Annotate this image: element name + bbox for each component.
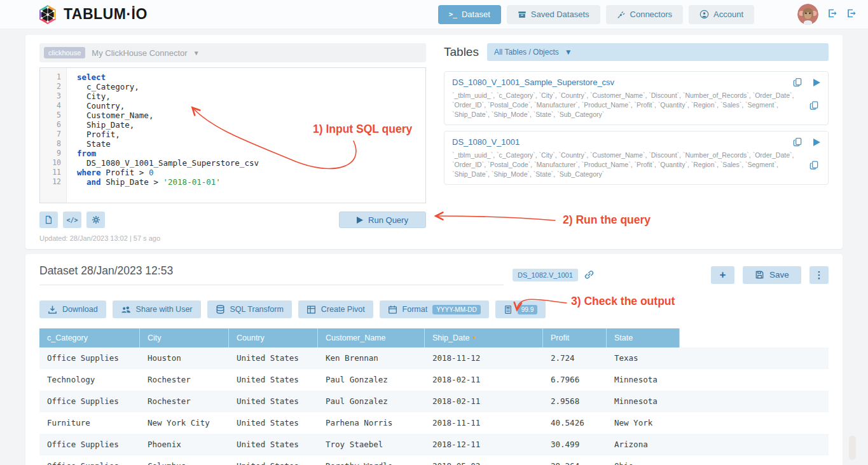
column-header[interactable]: Ship_Date•: [425, 328, 543, 347]
column-header[interactable]: c_Category: [39, 328, 140, 347]
table-list-item: DS_1080_V_1001_Sample_Superstore_csv `_t…: [444, 71, 829, 125]
table-cell: United States: [229, 455, 318, 465]
copy-columns-button[interactable]: [809, 100, 819, 110]
page-scrollbar-thumb[interactable]: [849, 436, 856, 460]
sql-editor[interactable]: 123456789101112 select c_Category, City,…: [39, 67, 426, 203]
sql-code[interactable]: select c_Category, City, Country, Custom…: [67, 68, 425, 203]
table-row: Office SuppliesPhoenixUnited StatesTroy …: [39, 434, 829, 455]
column-header[interactable]: Profit: [543, 328, 607, 347]
sql-gutter: 123456789101112: [40, 68, 67, 203]
column-header[interactable]: State: [607, 328, 680, 347]
column-header[interactable]: Customer_Name: [318, 328, 425, 347]
line-number: 6: [40, 120, 61, 130]
table-cell: 2018-02-11: [425, 391, 543, 412]
table-cell: 2.724: [543, 347, 607, 369]
table-cell: New York: [607, 412, 680, 434]
download-button[interactable]: Download: [39, 300, 106, 318]
table-cell: 6.7966: [543, 369, 607, 391]
row-filler: [680, 434, 829, 455]
table-cell: Ohio: [607, 455, 680, 465]
line-number: 4: [40, 101, 61, 111]
play-icon: [357, 217, 363, 224]
connector-select[interactable]: clickhouse My ClickHouse Connector ▼: [39, 43, 426, 62]
table-cell: Columbus: [140, 455, 229, 465]
table-cell: Rochester: [140, 369, 229, 391]
sql-line: Country,: [77, 101, 425, 111]
add-dataset-button[interactable]: +: [711, 266, 734, 284]
sql-line: City,: [77, 91, 425, 101]
table-row: Office SuppliesRochesterUnited StatesPau…: [39, 391, 829, 412]
play-icon: [813, 79, 820, 86]
row-filler: [680, 369, 829, 391]
column-header[interactable]: City: [140, 328, 229, 347]
sql-transform-button[interactable]: SQL Transform: [207, 300, 292, 318]
copy-icon: [809, 160, 819, 170]
table-cell: 2018-05-02: [425, 455, 543, 465]
query-settings-button[interactable]: [86, 212, 105, 228]
share-with-user-button[interactable]: Share with User: [113, 300, 201, 318]
table-cell: Minnesota: [607, 391, 680, 412]
copy-table-name-button[interactable]: [793, 137, 803, 147]
dataset-more-button[interactable]: ⋮: [809, 266, 829, 284]
tables-filter-select[interactable]: All Tables / Objects ▼: [487, 43, 829, 61]
table-name-link[interactable]: DS_1080_V_1001: [452, 137, 520, 147]
connector-name: My ClickHouse Connector: [92, 48, 187, 58]
line-number: 5: [40, 111, 61, 120]
precision-badge: 99.9: [518, 305, 537, 314]
sql-line: Customer_Name,: [77, 111, 425, 120]
table-cell: 2018-02-11: [425, 369, 543, 391]
table-cell: Office Supplies: [39, 434, 140, 455]
nav-account[interactable]: Account: [689, 5, 754, 24]
create-pivot-button[interactable]: Create Pivot: [298, 300, 373, 318]
table-cell: United States: [229, 434, 318, 455]
header-filler: [680, 328, 829, 347]
run-query-button[interactable]: Run Query: [339, 212, 426, 228]
query-table-button[interactable]: [813, 138, 820, 146]
sort-indicator-icon: •: [472, 333, 476, 342]
table-row: TechnologyRochesterUnited StatesPaul Gon…: [39, 369, 829, 391]
nav-dataset[interactable]: >_ Dataset: [438, 5, 501, 24]
nav-saved-datasets[interactable]: Saved Datasets: [507, 5, 600, 24]
copy-columns-button[interactable]: [809, 160, 819, 170]
date-format-badge: YYYY-MM-DD: [432, 305, 481, 314]
table-cell: United States: [229, 412, 318, 434]
play-icon: [813, 138, 820, 146]
sql-line: where Profit > 0: [77, 168, 425, 177]
sql-line: State: [77, 139, 425, 149]
dataset-title-wrap: Dataset 28/Jan/2023 12:53: [39, 264, 504, 285]
table-cell: Troy Staebel: [318, 434, 425, 455]
query-panel: clickhouse My ClickHouse Connector ▼ 123…: [39, 43, 426, 242]
table-name-link[interactable]: DS_1080_V_1001_Sample_Superstore_csv: [452, 78, 614, 87]
number-precision-button[interactable]: 99.9: [495, 300, 546, 318]
table-body: Office SuppliesHoustonUnited StatesKen B…: [39, 347, 829, 465]
logout-icon[interactable]: [827, 8, 837, 20]
save-dataset-button[interactable]: Save: [743, 266, 801, 284]
copy-table-name-button[interactable]: [793, 78, 803, 87]
row-filler: [680, 347, 829, 369]
dataset-link-button[interactable]: [584, 269, 595, 280]
gear-icon: [92, 215, 100, 224]
table-cell: 2018-11-11: [425, 412, 543, 434]
format-button[interactable]: Format YYYY-MM-DD: [380, 300, 489, 318]
table-list-item: DS_1080_V_1001 `_tblm_uuid_`, `c_Categor…: [444, 131, 829, 185]
logout-icon-secondary[interactable]: [846, 8, 857, 20]
line-number: 8: [40, 139, 61, 149]
column-header[interactable]: Country: [229, 328, 318, 347]
save-icon: [755, 270, 764, 280]
nav-connectors[interactable]: Connectors: [606, 5, 683, 24]
table-cell: 2.9568: [543, 391, 607, 412]
table-cell: Technology: [39, 369, 140, 391]
new-query-button[interactable]: [39, 212, 58, 228]
table-cell: Texas: [607, 347, 680, 369]
chevron-down-icon: ▼: [565, 48, 572, 57]
format-code-button[interactable]: </>: [63, 212, 81, 228]
logo[interactable]: TABLUM·İO: [37, 4, 148, 25]
avatar-image: [797, 4, 818, 25]
query-table-button[interactable]: [813, 79, 820, 86]
sql-line: c_Category,: [77, 82, 425, 91]
copy-icon: [809, 100, 819, 110]
account-icon: [699, 10, 709, 19]
avatar[interactable]: [797, 4, 818, 25]
table-cell: Paul Gonzalez: [318, 369, 425, 391]
table-cell: United States: [229, 391, 318, 412]
